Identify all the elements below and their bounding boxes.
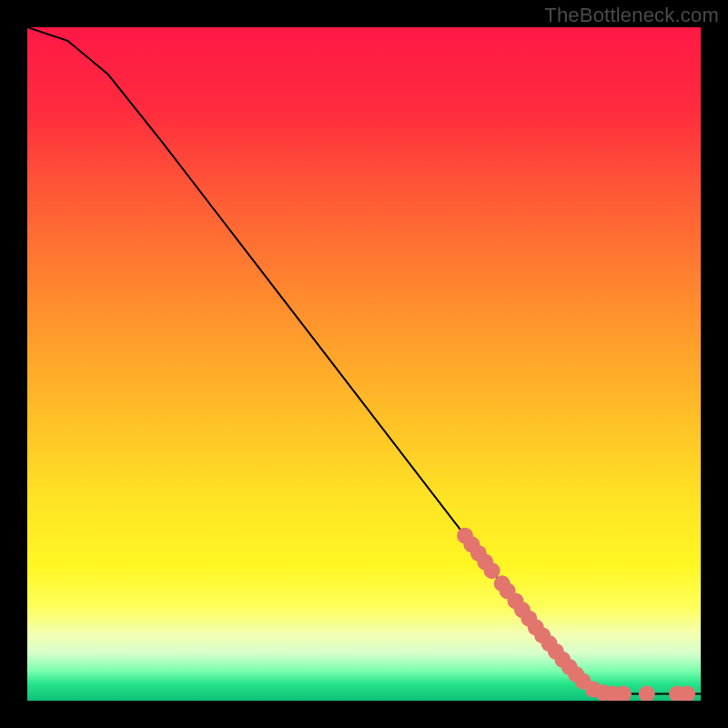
- data-marker: [639, 686, 655, 701]
- chart-markers: [457, 528, 695, 701]
- watermark-text: TheBottleneck.com: [544, 4, 719, 27]
- plot-area: [27, 27, 701, 701]
- chart-curve: [27, 27, 701, 694]
- data-marker: [484, 562, 500, 579]
- chart-overlay: [27, 27, 701, 701]
